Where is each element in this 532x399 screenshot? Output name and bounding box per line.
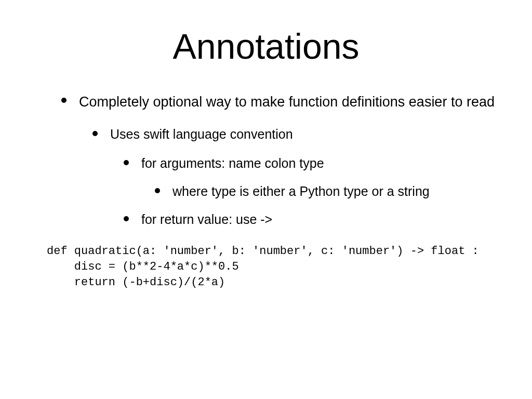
bullet-dot-icon xyxy=(124,160,129,165)
bullet-text: for arguments: name colon type xyxy=(141,155,324,172)
slide-title: Annotations xyxy=(31,26,501,66)
bullet-dot-icon xyxy=(124,216,129,221)
bullet-level-2: Uses swift language convention xyxy=(31,126,501,143)
bullet-level-3: for arguments: name colon type xyxy=(31,155,501,172)
bullet-dot-icon xyxy=(155,188,160,193)
bullet-level-4: where type is either a Python type or a … xyxy=(31,183,501,201)
bullet-dot-icon xyxy=(61,98,66,103)
bullet-text: Completely optional way to make function… xyxy=(79,92,495,111)
bullet-text: Uses swift language convention xyxy=(110,126,293,143)
bullet-level-1: Completely optional way to make function… xyxy=(31,92,501,111)
code-block: def quadratic(a: 'number', b: 'number', … xyxy=(31,244,501,290)
bullet-level-3: for return value: use -> xyxy=(31,211,501,229)
slide-container: Annotations Completely optional way to m… xyxy=(0,0,532,399)
bullet-dot-icon xyxy=(92,131,98,136)
bullet-text: for return value: use -> xyxy=(141,211,272,229)
bullet-text: where type is either a Python type or a … xyxy=(172,183,430,201)
